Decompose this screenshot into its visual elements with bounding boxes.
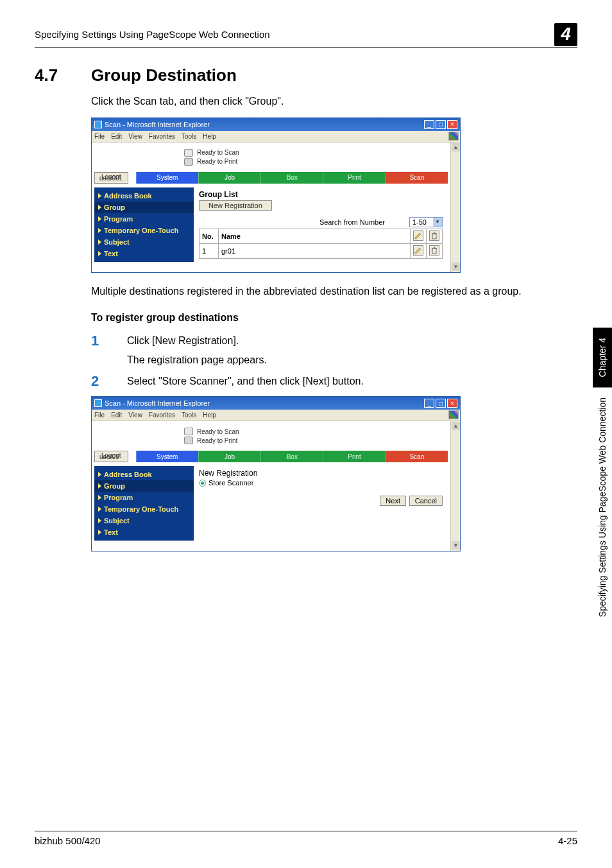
side-tab-chapter: Chapter 4 — [593, 327, 612, 387]
tab-job[interactable]: Job — [198, 451, 260, 462]
tab-scan[interactable]: Scan — [386, 172, 448, 184]
svg-rect-3 — [432, 248, 436, 254]
sidebar-item-group[interactable]: Group — [94, 202, 194, 213]
tab-job[interactable]: Job — [198, 172, 260, 184]
sidebar-item-program[interactable]: Program — [94, 213, 194, 225]
menu-help[interactable]: Help — [203, 412, 216, 419]
side-tab-title: Specifying Settings Using PageScope Web … — [593, 387, 612, 627]
panel-title: New Registration — [199, 469, 443, 478]
menu-edit[interactable]: Edit — [111, 133, 122, 140]
ie-icon — [94, 121, 102, 128]
menu-file[interactable]: File — [94, 133, 105, 140]
intro-text: Click the Scan tab, and then click "Grou… — [91, 94, 577, 108]
delete-row-button[interactable] — [429, 245, 439, 256]
close-button[interactable]: × — [447, 120, 457, 129]
ie-icon — [94, 399, 102, 407]
device-status: Ready to Scan Ready to Print — [94, 422, 457, 448]
menu-favorites[interactable]: Favorites — [149, 412, 175, 419]
range-select-value: 1-50 — [410, 218, 433, 226]
search-from-number-label: Search from Number — [319, 218, 385, 226]
menu-tools[interactable]: Tools — [182, 133, 196, 140]
footer-model: bizhub 500/420 — [35, 835, 101, 846]
svg-rect-0 — [432, 234, 436, 239]
sidebar-item-program[interactable]: Program — [94, 492, 194, 503]
chapter-number-badge: 4 — [554, 23, 577, 46]
store-scanner-radio[interactable]: Store Scanner — [199, 479, 443, 487]
step-number: 1 — [91, 334, 127, 367]
close-button[interactable]: × — [447, 399, 457, 408]
section-heading: 4.7 Group Destination — [35, 65, 577, 85]
cell-name: gr01 — [219, 243, 411, 258]
chevron-right-icon — [98, 228, 101, 233]
sidebar-item-text[interactable]: Text — [94, 526, 194, 538]
col-header-edit — [411, 229, 427, 243]
step-text: Select "Store Scanner", and then click [… — [127, 374, 577, 388]
minimize-button[interactable]: _ — [424, 399, 434, 408]
col-header-name: Name — [219, 229, 411, 243]
sidebar-item-label: Program — [104, 494, 133, 501]
tab-box[interactable]: Box — [260, 451, 323, 462]
chevron-down-icon: ▼ — [433, 218, 442, 227]
sidebar-item-subject[interactable]: Subject — [94, 236, 194, 248]
tab-print[interactable]: Print — [323, 451, 385, 462]
browser-scrollbar[interactable]: ▲ ▼ — [450, 143, 460, 272]
menu-help[interactable]: Help — [203, 133, 216, 140]
sidebar-item-label: Group — [104, 204, 125, 211]
sidebar-item-label: Address Book — [104, 471, 152, 478]
cancel-button[interactable]: Cancel — [409, 496, 443, 506]
radio-selected-icon — [199, 480, 206, 487]
new-registration-button[interactable]: New Registration — [199, 200, 272, 211]
trash-icon[interactable] — [429, 230, 439, 241]
step-2: 2 Select "Store Scanner", and then click… — [91, 374, 577, 388]
menu-edit[interactable]: Edit — [111, 412, 122, 419]
sidebar-item-label: Subject — [104, 517, 130, 525]
menu-file[interactable]: File — [94, 412, 105, 419]
range-select[interactable]: 1-50 ▼ — [409, 217, 443, 227]
browser-menubar: File Edit View Favorites Tools Help — [92, 410, 460, 421]
tab-print[interactable]: Print — [323, 172, 385, 184]
sidebar: Address Book Group Program Temporary One… — [94, 187, 194, 262]
table-row: 1 gr01 — [200, 243, 443, 258]
maximize-button[interactable]: □ — [436, 120, 446, 129]
minimize-button[interactable]: _ — [424, 120, 434, 129]
sidebar-item-text[interactable]: Text — [94, 248, 194, 259]
edit-icon[interactable] — [413, 230, 423, 241]
sidebar-item-label: Address Book — [104, 192, 152, 200]
chevron-right-icon — [98, 239, 101, 245]
menu-favorites[interactable]: Favorites — [149, 133, 175, 140]
edit-row-button[interactable] — [413, 245, 423, 256]
scroll-up-icon[interactable]: ▲ — [452, 143, 460, 152]
mid-paragraph: Multiple destinations registered in the … — [91, 284, 577, 299]
chevron-right-icon — [98, 205, 101, 210]
sidebar-item-label: Temporary One-Touch — [104, 227, 178, 234]
sidebar-item-group[interactable]: Group — [94, 480, 194, 492]
sidebar-item-label: Subject — [104, 238, 130, 246]
printer-icon — [184, 437, 193, 444]
scroll-down-icon[interactable]: ▼ — [452, 541, 460, 550]
sidebar-item-subject[interactable]: Subject — [94, 515, 194, 526]
menu-tools[interactable]: Tools — [182, 412, 196, 419]
chevron-right-icon — [98, 472, 101, 477]
tab-scan[interactable]: Scan — [386, 451, 448, 462]
maximize-button[interactable]: □ — [436, 399, 446, 408]
tab-system[interactable]: System — [136, 172, 198, 184]
status-print: Ready to Print — [197, 158, 237, 165]
cell-no: 1 — [200, 243, 219, 258]
sidebar-item-temporary-one-touch[interactable]: Temporary One-Touch — [94, 225, 194, 236]
scroll-down-icon[interactable]: ▼ — [452, 263, 460, 271]
chevron-right-icon — [98, 251, 101, 256]
scroll-up-icon[interactable]: ▲ — [452, 422, 460, 430]
menu-view[interactable]: View — [128, 133, 142, 140]
sidebar-item-temporary-one-touch[interactable]: Temporary One-Touch — [94, 503, 194, 515]
next-button[interactable]: Next — [380, 496, 406, 506]
status-scan: Ready to Scan — [197, 149, 239, 156]
chevron-right-icon — [98, 216, 101, 221]
tab-box[interactable]: Box — [260, 172, 323, 184]
browser-scrollbar[interactable]: ▲ ▼ — [450, 421, 460, 551]
username-label: user01 — [99, 453, 119, 460]
status-scan: Ready to Scan — [197, 428, 239, 435]
tab-system[interactable]: System — [136, 451, 198, 462]
menu-view[interactable]: View — [128, 412, 142, 419]
sidebar-item-address-book[interactable]: Address Book — [94, 469, 194, 480]
sidebar-item-address-book[interactable]: Address Book — [94, 190, 194, 202]
